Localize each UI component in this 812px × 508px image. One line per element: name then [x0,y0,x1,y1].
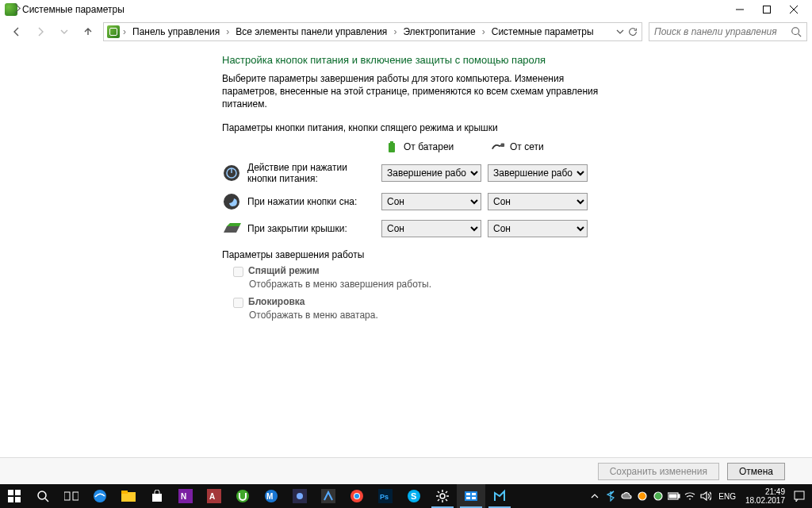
svg-rect-20 [73,492,79,500]
tray-bluetooth-icon[interactable] [603,484,619,508]
power-options-icon [5,3,17,16]
back-button[interactable] [8,23,25,40]
breadcrumb-item[interactable]: Панель управления [129,26,223,37]
tray-app-icon-1[interactable] [634,484,650,508]
svg-line-18 [45,498,48,502]
breadcrumb-sep: › [392,26,398,37]
power-button-battery-select[interactable]: Завершение работы [381,164,481,182]
taskbar-app-settings[interactable] [428,484,457,508]
tray-clock[interactable]: 21:49 18.02.2017 [741,487,790,505]
svg-text:S: S [411,491,416,501]
taskbar-app-generic-1[interactable] [285,484,314,508]
taskbar-app-edge[interactable] [86,484,114,508]
up-button[interactable] [79,23,97,40]
taskbar-app-control-panel[interactable] [457,484,485,508]
tray-app-icon-2[interactable] [650,484,666,508]
sleep-checkbox[interactable] [233,267,243,277]
lock-checkbox[interactable] [233,298,243,308]
power-button-icon [222,164,241,183]
svg-point-42 [440,494,445,498]
svg-rect-6 [389,143,395,152]
svg-point-57 [654,492,662,500]
breadcrumb-sep: › [224,26,231,37]
minimize-button[interactable] [726,0,753,19]
sleep-checkbox-sub: Отображать в меню завершения работы. [249,279,796,290]
lid-close-icon [222,219,241,238]
close-button[interactable] [780,0,807,19]
taskbar-app-onenote[interactable]: N [171,484,200,508]
sleep-button-plugged-select[interactable]: Сон [488,193,588,210]
tray-battery-icon[interactable] [666,484,682,508]
svg-point-12 [224,194,239,210]
address-dropdown-icon[interactable] [616,28,624,36]
tray-wifi-icon[interactable] [682,484,698,508]
svg-rect-60 [669,495,676,498]
search-icon [791,26,802,37]
svg-line-47 [438,491,439,493]
svg-rect-19 [64,492,70,500]
forward-button[interactable] [32,23,49,40]
sleep-button-icon [222,192,241,211]
start-button[interactable] [0,484,29,508]
taskbar-app-chrome[interactable] [343,484,371,508]
tray-language[interactable]: ENG [714,492,741,501]
svg-rect-53 [472,493,476,495]
svg-line-50 [446,491,447,493]
tray-notifications-icon[interactable] [790,490,809,502]
recent-dropdown[interactable] [56,23,73,40]
taskbar-app-explorer[interactable] [114,484,143,508]
svg-point-33 [297,493,303,499]
tray-cloud-icon[interactable] [619,484,634,508]
maximize-button[interactable] [753,0,780,19]
cancel-button[interactable]: Отмена [727,463,785,480]
breadcrumb-item[interactable]: Системные параметры [488,26,597,37]
breadcrumb-item[interactable]: Все элементы панели управления [232,26,390,37]
page-heading: Настройка кнопок питания и включение защ… [222,54,796,66]
svg-rect-1 [764,6,771,13]
page-description: Выберите параметры завершения работы для… [222,72,619,111]
taskbar-app-access[interactable]: A [200,484,228,508]
taskbar-app-malwarebytes[interactable]: M [257,484,285,508]
svg-rect-54 [466,497,470,499]
svg-rect-16 [15,497,21,502]
svg-line-49 [438,499,439,501]
search-box[interactable] [649,22,807,41]
svg-text:N: N [181,492,186,501]
breadcrumb-item[interactable]: Электропитание [400,26,478,37]
save-button[interactable]: Сохранить изменения [598,463,719,480]
svg-rect-23 [121,491,128,494]
column-battery: От батареи [381,140,485,154]
row-sleep-button-label: При нажатии кнопки сна: [247,196,378,207]
taskbar-app-skype[interactable]: S [400,484,428,508]
window-titlebar: Системные параметры [0,0,812,19]
taskbar-app-generic-3[interactable] [485,484,514,508]
taskbar-app-store[interactable] [143,484,171,508]
battery-icon [385,140,399,154]
breadcrumb-sep: › [121,26,128,37]
column-battery-label: От батареи [404,141,454,152]
svg-point-37 [354,494,359,498]
lid-close-plugged-select[interactable]: Сон [488,220,588,237]
svg-rect-55 [472,497,476,499]
sleep-button-battery-select[interactable]: Сон [381,193,481,210]
lid-close-battery-select[interactable]: Сон [381,220,481,237]
address-bar[interactable]: › Панель управления › Все элементы панел… [103,22,642,41]
tray-show-hidden-icon[interactable] [587,484,603,508]
power-button-plugged-select[interactable]: Завершение работы [488,164,588,182]
taskbar-app-photoshop[interactable]: Ps [371,484,400,508]
refresh-icon[interactable] [627,26,638,37]
taskbar-app-utorrent[interactable] [228,484,257,508]
window-title: Системные параметры [22,4,124,15]
taskbar-app-generic-2[interactable] [314,484,343,508]
tray-volume-icon[interactable] [698,484,714,508]
shutdown-option-sleep: Спящий режим [233,265,796,277]
row-power-button-label: Действие при нажатии кнопки питания: [247,162,378,184]
tray-date: 18.02.2017 [745,496,785,505]
task-view-icon[interactable] [57,484,86,508]
svg-rect-15 [8,497,13,502]
svg-point-56 [638,492,646,500]
plug-icon [491,140,505,154]
search-input[interactable] [654,26,791,37]
cortana-search-icon[interactable] [29,484,57,508]
svg-text:A: A [209,492,215,501]
